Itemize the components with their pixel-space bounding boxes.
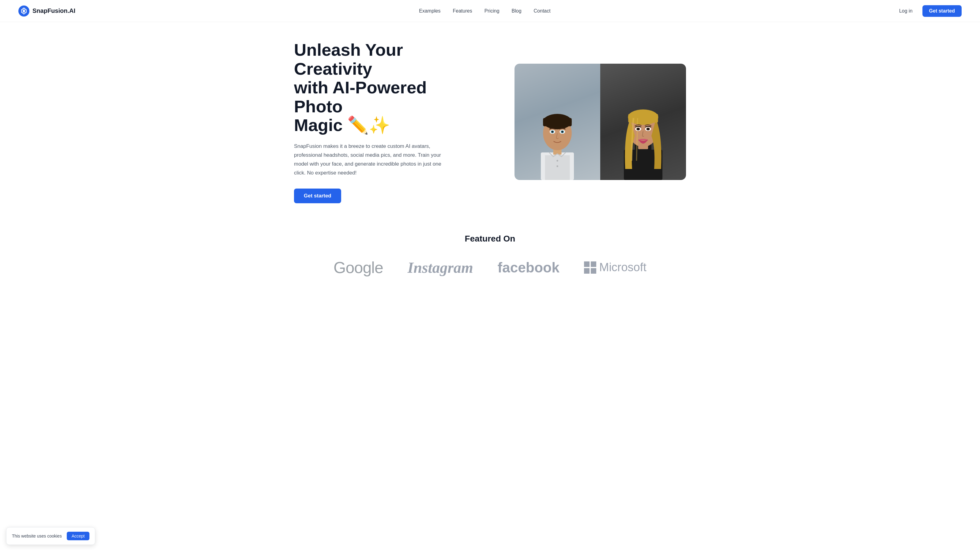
hero-title: Unleash Your Creativity with AI-Powered …	[294, 40, 472, 135]
male-portrait-svg	[521, 75, 594, 180]
featured-title: Featured On	[18, 234, 962, 244]
svg-point-13	[562, 131, 563, 133]
hero-photo-right	[600, 64, 686, 180]
featured-logos: Google Instagram facebook Microsoft	[18, 258, 962, 277]
get-started-hero-button[interactable]: Get started	[294, 189, 341, 203]
svg-rect-3	[545, 155, 570, 180]
login-button[interactable]: Log in	[894, 6, 918, 16]
nav-menu: Examples Features Pricing Blog Contact	[419, 8, 550, 14]
nav-contact[interactable]: Contact	[534, 8, 550, 13]
instagram-logo: Instagram	[407, 259, 473, 276]
brand-name: SnapFusion.AI	[32, 7, 75, 14]
hero-section: Unleash Your Creativity with AI-Powered …	[275, 22, 705, 216]
get-started-nav-button[interactable]: Get started	[923, 5, 962, 17]
navbar-actions: Log in Get started	[894, 5, 962, 17]
svg-rect-7	[543, 118, 572, 126]
nav-pricing[interactable]: Pricing	[485, 8, 500, 13]
microsoft-logo-text: Microsoft	[599, 261, 646, 274]
svg-point-27	[647, 128, 649, 130]
brand-logo-icon	[18, 5, 29, 16]
svg-point-14	[557, 160, 558, 161]
facebook-logo-text: facebook	[498, 259, 560, 276]
hero-emoji: ✏️✨	[347, 115, 390, 135]
svg-point-1	[23, 10, 25, 12]
hero-image	[514, 64, 686, 180]
nav-features[interactable]: Features	[453, 8, 472, 13]
female-portrait-svg	[607, 75, 679, 180]
hero-description: SnapFusion makes it a breeze to create c…	[294, 142, 447, 178]
microsoft-logo: Microsoft	[584, 261, 646, 274]
brand-link[interactable]: SnapFusion.AI	[18, 5, 75, 16]
google-logo: Google	[334, 258, 383, 277]
hero-content: Unleash Your Creativity with AI-Powered …	[294, 40, 472, 203]
nav-blog[interactable]: Blog	[512, 8, 522, 13]
navbar: SnapFusion.AI Examples Features Pricing …	[0, 0, 980, 22]
microsoft-grid-icon	[584, 261, 596, 274]
instagram-logo-text: Instagram	[407, 259, 473, 276]
nav-examples[interactable]: Examples	[419, 8, 441, 13]
svg-point-26	[637, 128, 639, 130]
google-logo-text: Google	[334, 258, 383, 277]
svg-point-15	[557, 165, 558, 167]
featured-section: Featured On Google Instagram facebook Mi…	[0, 216, 980, 289]
facebook-logo: facebook	[498, 259, 560, 276]
hero-photo-grid	[514, 64, 686, 180]
hero-photo-left	[514, 64, 600, 180]
svg-point-12	[552, 131, 553, 133]
